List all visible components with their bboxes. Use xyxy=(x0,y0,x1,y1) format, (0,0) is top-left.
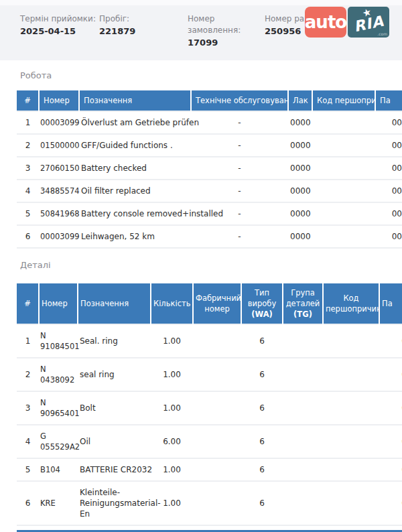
cell-product-type: 6 xyxy=(241,458,283,481)
cell-code: G 055529A2 xyxy=(39,425,78,458)
column-header-service: Технічне обслуговування xyxy=(191,90,288,111)
cell-pa: 0000 xyxy=(375,225,402,248)
column-header-label: Група деталей xyxy=(286,288,320,308)
cell-product-type: 6 xyxy=(241,481,283,525)
cell-lacquer: 0000 xyxy=(288,225,312,248)
cell-pa: 0000 xyxy=(375,134,402,157)
cell-pa: 6 xyxy=(379,391,402,425)
column-header-pa: Па xyxy=(375,90,402,111)
parts-table: # Номер Позначення Кількість Фабричний н… xyxy=(17,283,402,526)
cell-product-type: 6 xyxy=(241,324,283,358)
cell-num: 3 xyxy=(17,391,39,425)
cell-code: 01500000 xyxy=(39,134,79,157)
cell-root-cause xyxy=(312,202,375,225)
cell-pa: 0000 xyxy=(375,111,402,134)
column-header-part-group: Група деталей (TG) xyxy=(283,283,323,324)
work-table: # Номер Позначення Технічне обслуговуван… xyxy=(17,90,402,249)
cell-num: 5 xyxy=(17,458,39,481)
column-header-num: # xyxy=(17,283,39,324)
field-mileage: Пробіг: 221879 xyxy=(99,13,188,60)
table-row: 3 27060150 Battery checked - 0000 0000 xyxy=(17,157,402,180)
work-section-title: Робота xyxy=(20,70,402,81)
cell-root-cause xyxy=(323,458,379,481)
table-row: 2 01500000 GFF/Guided functions . - 0000… xyxy=(17,134,402,157)
cell-root-cause xyxy=(312,111,375,134)
cell-service: - xyxy=(191,225,288,248)
cell-root-cause xyxy=(312,225,375,248)
parts-section-title: Деталі xyxy=(20,260,402,271)
cell-name: Battery console removed+installed xyxy=(79,202,191,225)
table-row: 1 00003099 Ölverlust am Getriebe prüfen … xyxy=(17,111,402,134)
field-label: Пробіг: xyxy=(99,13,188,25)
cell-pa: 6 xyxy=(379,425,402,458)
cell-num: 4 xyxy=(17,180,39,202)
table-row: 3 N 90965401 Bolt 1.00 6 6 xyxy=(17,391,402,425)
cell-factory-num xyxy=(193,358,241,391)
cell-name: BATTERIE CR2032 xyxy=(78,458,151,481)
table-row: 5 B104 BATTERIE CR2032 1.00 6 6 xyxy=(17,458,402,481)
cell-factory-num xyxy=(193,481,241,525)
cell-part-group xyxy=(283,481,323,525)
cell-lacquer: 0000 xyxy=(288,202,312,225)
cell-qty: 6.00 xyxy=(151,425,193,458)
column-header-label: Тип виробу xyxy=(248,288,277,308)
cell-product-type: 6 xyxy=(241,358,283,391)
table-row: 6 00003099 Leihwagen, 52 km - 0000 0000 xyxy=(17,225,402,248)
cell-factory-num xyxy=(193,391,241,425)
cell-qty: 1.00 xyxy=(151,458,193,481)
cell-code: KRE xyxy=(39,481,78,525)
field-label: Номер рахунку: xyxy=(265,13,306,25)
cell-part-group xyxy=(283,324,323,358)
table-row: 1 N 91084501 Seal. ring 1.00 6 6 xyxy=(17,324,402,358)
ria-logo-box[interactable]: ★ RIA .com xyxy=(348,7,389,38)
table-row: 4 G 055529A2 Oil 6.00 6 6 xyxy=(17,425,402,458)
field-value: 221879 xyxy=(99,25,188,38)
cell-part-group xyxy=(283,358,323,391)
field-acceptance-date: Термін прийомки: 2025-04-15 xyxy=(20,13,99,60)
column-header-product-type: Тип виробу (WA) xyxy=(241,283,283,324)
field-label: Номер замовлення: xyxy=(188,13,265,36)
field-value: 2025-04-15 xyxy=(20,25,99,38)
cell-code: 34885574 xyxy=(39,180,79,202)
auto-logo-box[interactable]: auto xyxy=(305,7,346,38)
column-header-name: Позначення xyxy=(78,283,151,324)
cell-num: 1 xyxy=(17,111,39,134)
column-header-lacquer: Лак xyxy=(288,90,312,111)
cell-code: N 0438092 xyxy=(39,358,78,391)
parts-table-header-row: # Номер Позначення Кількість Фабричний н… xyxy=(17,283,402,324)
cell-pa: 6 xyxy=(379,324,402,358)
cell-code: 27060150 xyxy=(39,157,79,180)
table-row: 6 KRE Kleinteile-Reinigungsmaterial-En 1… xyxy=(17,481,402,525)
table-row: 2 N 0438092 seal ring 1.00 6 6 xyxy=(17,358,402,391)
cell-name: Oil filter replaced xyxy=(79,180,191,202)
cell-factory-num xyxy=(193,324,241,358)
cell-part-group xyxy=(283,458,323,481)
field-order-number: Номер замовлення: 17099 xyxy=(188,13,265,60)
cell-name: Seal. ring xyxy=(78,324,151,358)
cell-product-type: 6 xyxy=(241,391,283,425)
cell-root-cause xyxy=(323,358,379,391)
cell-pa: 0000 xyxy=(375,180,402,202)
cell-num: 2 xyxy=(17,134,39,157)
cell-part-group xyxy=(283,425,323,458)
cell-root-cause xyxy=(323,425,379,458)
cell-root-cause xyxy=(312,180,375,202)
cell-lacquer: 0000 xyxy=(288,134,312,157)
column-header-root-cause: Код першопричини xyxy=(312,90,375,111)
column-header-pa: Па xyxy=(379,283,402,324)
service-report-page: Термін прийомки: 2025-04-15 Пробіг: 2218… xyxy=(0,0,402,532)
column-header-wa: (WA) xyxy=(251,310,273,319)
cell-service: - xyxy=(191,180,288,202)
autoria-logo[interactable]: auto ★ RIA .com xyxy=(305,7,389,38)
cell-factory-num xyxy=(193,425,241,458)
cell-factory-num xyxy=(193,458,241,481)
cell-pa: 0000 xyxy=(375,202,402,225)
cell-num: 2 xyxy=(17,358,39,391)
cell-service: - xyxy=(191,157,288,180)
field-invoice-number: Номер рахунку: 250956 xyxy=(265,13,306,60)
field-label: Термін прийомки: xyxy=(20,13,99,25)
field-value: 250956 xyxy=(265,25,306,38)
cell-code: 00003099 xyxy=(39,111,79,134)
column-header-num: # xyxy=(17,90,39,111)
cell-num: 6 xyxy=(17,225,39,248)
